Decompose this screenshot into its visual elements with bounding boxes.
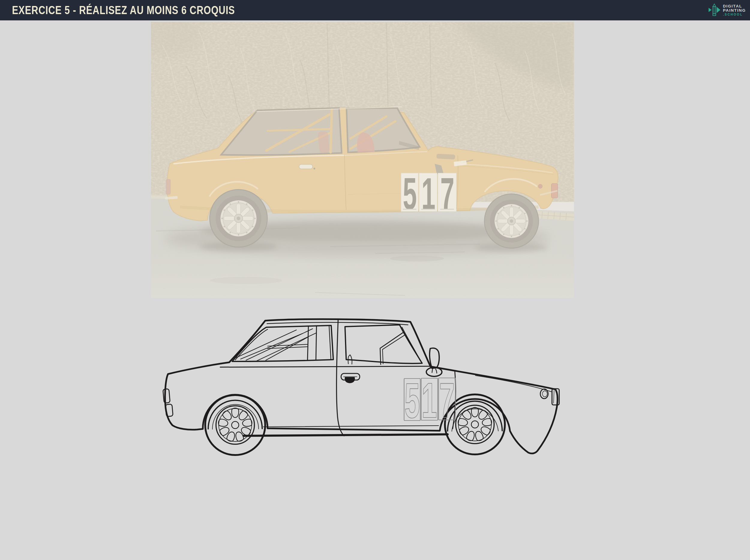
sketch-rocker-line bbox=[243, 434, 448, 436]
header-bar: EXERCICE 5 - RÉALISEZ AU MOINS 6 CROQUIS… bbox=[0, 0, 750, 20]
logo-line-2: PAINTING bbox=[723, 8, 746, 13]
sketch-front-window bbox=[345, 325, 422, 364]
sketch-body-outline bbox=[165, 319, 557, 454]
dps-logo: DIGITAL PAINTING .SCHOOL bbox=[708, 3, 746, 17]
sketch-rear-wheel bbox=[205, 395, 265, 455]
sketch-door-handle bbox=[341, 374, 360, 383]
sketch-headlight bbox=[540, 389, 548, 399]
sketch-beltline bbox=[220, 366, 430, 367]
dps-logo-text: DIGITAL PAINTING .SCHOOL bbox=[723, 4, 746, 16]
slide: EXERCICE 5 - RÉALISEZ AU MOINS 6 CROQUIS… bbox=[0, 0, 750, 560]
sketch-number-digit: 5 bbox=[404, 373, 420, 428]
car-sketch: 5 1 7 bbox=[150, 312, 570, 474]
logo-line-1: DIGITAL bbox=[723, 4, 746, 8]
sketch-door-seam-rear bbox=[337, 320, 344, 436]
pencil-logo-icon bbox=[708, 3, 721, 17]
page-title-text: EXERCICE 5 - RÉALISEZ AU MOINS 6 CROQUIS bbox=[12, 4, 235, 17]
page-title: EXERCICE 5 - RÉALISEZ AU MOINS 6 CROQUIS bbox=[12, 4, 284, 17]
sketch-number-digit: 1 bbox=[421, 373, 437, 428]
reference-photo: 5 1 7 bbox=[151, 22, 574, 298]
logo-line-3: .SCHOOL bbox=[723, 13, 746, 16]
racing-number-sketch: 5 1 7 bbox=[404, 373, 455, 428]
sketch-number-digit: 7 bbox=[439, 373, 454, 428]
